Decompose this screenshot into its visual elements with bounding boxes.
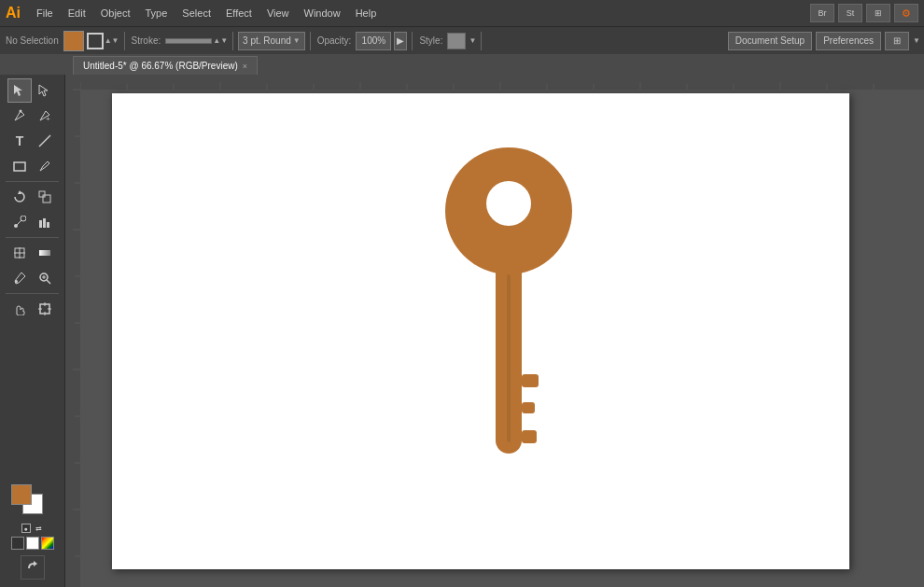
separator-4 (412, 32, 413, 50)
arrange-button[interactable]: ⊞ (885, 32, 909, 50)
column-graph-tool[interactable] (33, 210, 57, 234)
app-logo: Ai (6, 5, 21, 21)
key-artwork[interactable] (439, 136, 579, 491)
svg-marker-0 (14, 85, 22, 96)
line-tool[interactable] (33, 129, 57, 153)
menu-view[interactable]: View (260, 5, 296, 21)
canvas-area[interactable] (65, 75, 924, 587)
no-selection-label: No Selection (4, 35, 61, 46)
svg-point-19 (15, 280, 18, 283)
scale-tool[interactable] (33, 185, 57, 209)
ruler-horizontal (65, 75, 924, 90)
menu-effect[interactable]: Effect (219, 5, 259, 21)
foreground-color-swatch[interactable] (11, 484, 32, 505)
fill-swatch[interactable] (63, 31, 84, 51)
rotate-tool[interactable] (7, 185, 32, 209)
zoom-tool[interactable] (33, 266, 57, 290)
stroke-width-bar (165, 38, 212, 44)
hand-tool[interactable] (7, 297, 32, 321)
svg-rect-8 (43, 195, 50, 203)
transform-again-button[interactable] (21, 555, 45, 580)
opacity-expand-button[interactable]: ▶ (394, 32, 407, 50)
add-anchor-tool[interactable]: + (33, 104, 57, 128)
options-toolbar: No Selection ▲▼ Stroke: ▲▼ 3 pt. Round ▼… (0, 26, 924, 54)
none-swatch[interactable] (11, 537, 24, 550)
separator-3 (310, 32, 311, 50)
color-area: ● ⇄ (2, 481, 63, 583)
preferences-button[interactable]: Preferences (816, 32, 881, 50)
svg-rect-64 (522, 402, 535, 413)
color-swatches (11, 484, 54, 522)
menu-window[interactable]: Window (298, 5, 347, 21)
direct-select-tool[interactable] (33, 78, 57, 103)
menu-select[interactable]: Select (175, 5, 217, 21)
gradient-swatch[interactable] (41, 537, 54, 550)
eyedropper-tool[interactable] (7, 266, 32, 290)
rect-tool[interactable] (7, 154, 32, 178)
main-area: + T (0, 75, 924, 587)
bridge-icon[interactable]: Br (810, 4, 834, 22)
menu-file[interactable]: File (30, 5, 60, 21)
stroke-type-selector[interactable]: 3 pt. Round ▼ (238, 32, 305, 50)
svg-line-21 (47, 280, 50, 284)
svg-point-2 (20, 110, 22, 113)
artboard (112, 93, 849, 569)
tab-bar: Untitled-5* @ 66.67% (RGB/Preview) × (0, 54, 924, 75)
menu-type[interactable]: Type (139, 5, 175, 21)
svg-rect-29 (65, 75, 924, 90)
toolbox: + T (0, 75, 65, 587)
stroke-type-label: 3 pt. Round (243, 35, 291, 46)
mini-swatches (6, 537, 59, 550)
separator-1 (124, 32, 125, 50)
style-label: Style: (417, 35, 444, 46)
svg-rect-14 (47, 222, 49, 228)
svg-rect-48 (65, 75, 80, 587)
svg-line-11 (17, 220, 21, 225)
gradient-tool[interactable] (33, 241, 57, 265)
separator-5 (481, 32, 482, 50)
svg-line-4 (39, 135, 50, 147)
menu-edit[interactable]: Edit (62, 5, 92, 21)
pencil-tool[interactable] (33, 154, 57, 178)
svg-rect-18 (39, 250, 50, 256)
workspace-icon[interactable]: ⊞ (866, 4, 890, 22)
svg-text:+: + (46, 115, 50, 122)
stock-icon[interactable]: St (838, 4, 862, 22)
opacity-input[interactable] (356, 32, 391, 50)
svg-rect-13 (43, 218, 46, 228)
svg-rect-66 (507, 274, 511, 442)
menu-help[interactable]: Help (349, 5, 384, 21)
type-tool[interactable]: T (7, 129, 32, 153)
blend-tool[interactable] (7, 210, 32, 234)
ruler-vertical (65, 75, 80, 587)
svg-rect-5 (14, 162, 25, 171)
stroke-label: Stroke: (130, 35, 163, 46)
svg-rect-12 (39, 220, 42, 228)
swap-colors-button[interactable]: ⇄ (35, 524, 44, 533)
white-swatch[interactable] (26, 537, 39, 550)
document-tab[interactable]: Untitled-5* @ 66.67% (RGB/Preview) × (73, 56, 258, 75)
svg-rect-63 (522, 374, 539, 387)
opacity-label: Opacity: (315, 35, 354, 46)
menu-bar: Ai File Edit Object Type Select Effect V… (0, 0, 924, 26)
behance-icon[interactable]: ⚙ (894, 4, 918, 22)
style-swatch[interactable] (447, 33, 466, 49)
svg-rect-65 (522, 430, 537, 443)
mesh-tool[interactable] (7, 241, 32, 265)
default-colors-button[interactable]: ● (21, 524, 31, 533)
select-tool[interactable] (7, 78, 32, 103)
svg-point-61 (486, 181, 531, 226)
tab-close-button[interactable]: × (243, 62, 247, 71)
svg-rect-7 (39, 191, 45, 197)
stroke-indicator[interactable] (87, 33, 104, 49)
separator-2 (232, 32, 233, 50)
tab-title: Untitled-5* @ 66.67% (RGB/Preview) (83, 61, 238, 71)
document-setup-button[interactable]: Document Setup (728, 32, 813, 50)
artboard-tool[interactable] (33, 297, 57, 321)
pen-tool[interactable] (7, 104, 32, 128)
svg-marker-1 (39, 85, 48, 96)
menu-object[interactable]: Object (94, 5, 137, 21)
